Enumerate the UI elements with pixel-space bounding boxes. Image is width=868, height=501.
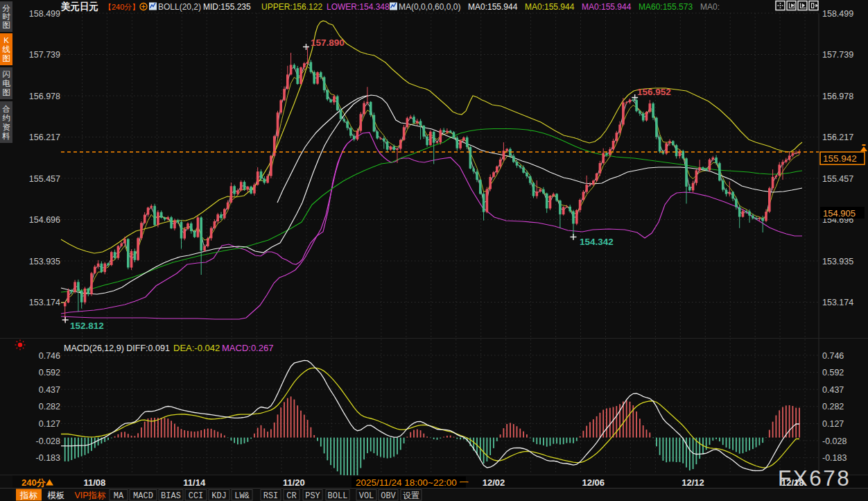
svg-text:图: 图	[2, 54, 10, 62]
svg-text:【240分】: 【240分】	[104, 3, 139, 11]
svg-text:12/06: 12/06	[582, 477, 605, 488]
svg-text:VIP指标: VIP指标	[74, 491, 106, 500]
svg-text:-0.028: -0.028	[822, 436, 847, 446]
svg-text:156.217: 156.217	[29, 133, 60, 142]
svg-text:VOL: VOL	[359, 491, 374, 501]
svg-text:154.905: 154.905	[823, 208, 856, 219]
svg-text:158.499: 158.499	[29, 9, 60, 19]
svg-text:设置: 设置	[403, 491, 419, 501]
svg-text:MA: MA	[114, 491, 124, 501]
svg-text:CCI: CCI	[189, 491, 204, 501]
svg-text:BOLL(20,2): BOLL(20,2)	[158, 2, 201, 12]
svg-text:0.282: 0.282	[39, 402, 60, 411]
svg-text:约: 约	[2, 114, 10, 122]
svg-text:12/02: 12/02	[483, 477, 505, 488]
svg-text:154.342: 154.342	[580, 237, 614, 247]
svg-text:155.457: 155.457	[29, 174, 60, 184]
svg-text:157.739: 157.739	[822, 50, 853, 60]
svg-text:指标: 指标	[19, 491, 38, 500]
svg-text:图: 图	[2, 88, 10, 96]
svg-text:BOLL: BOLL	[328, 491, 348, 501]
svg-text:MA60:155.573: MA60:155.573	[639, 2, 693, 12]
svg-text:0.746: 0.746	[39, 351, 60, 361]
svg-text:图: 图	[2, 21, 10, 29]
svg-text:11/14: 11/14	[183, 477, 206, 488]
svg-text:-0.183: -0.183	[822, 453, 847, 463]
svg-text:0.127: 0.127	[822, 419, 844, 429]
svg-text:RSI: RSI	[263, 491, 279, 501]
svg-text:154.696: 154.696	[29, 215, 60, 225]
svg-text:MA0:: MA0:	[700, 2, 720, 12]
svg-text:0.746: 0.746	[822, 351, 844, 361]
svg-text:11/08: 11/08	[84, 477, 106, 488]
svg-text:157.890: 157.890	[311, 37, 345, 48]
svg-text:-0.183: -0.183	[36, 453, 60, 463]
svg-text:153.174: 153.174	[822, 298, 853, 307]
svg-text:时: 时	[2, 12, 10, 21]
svg-text:0.437: 0.437	[39, 385, 60, 395]
svg-text:MA0:155.944: MA0:155.944	[525, 2, 575, 12]
svg-text:155.457: 155.457	[822, 174, 853, 184]
svg-text:MID:155.235: MID:155.235	[203, 2, 251, 12]
svg-text:合: 合	[2, 105, 10, 113]
svg-text:线: 线	[2, 45, 10, 53]
svg-text:KDJ: KDJ	[211, 491, 227, 501]
svg-text:156.217: 156.217	[822, 133, 853, 142]
svg-text:UPPER:156.122: UPPER:156.122	[261, 2, 322, 12]
svg-text:MACD:0.267: MACD:0.267	[222, 343, 273, 353]
svg-text:156.978: 156.978	[822, 92, 853, 101]
svg-text:LOWER:154.348: LOWER:154.348	[327, 2, 390, 12]
svg-text:0.127: 0.127	[39, 419, 60, 429]
svg-text:157.739: 157.739	[29, 50, 60, 60]
svg-text:0.437: 0.437	[822, 385, 844, 395]
svg-text:0.592: 0.592	[822, 368, 844, 377]
svg-text:156.978: 156.978	[29, 92, 60, 101]
svg-text:12/18: 12/18	[781, 477, 804, 488]
svg-text:闪: 闪	[2, 70, 10, 78]
svg-text:0.592: 0.592	[39, 368, 60, 377]
svg-text:DEA:-0.042: DEA:-0.042	[173, 343, 220, 353]
svg-text:MA0:155.944: MA0:155.944	[468, 2, 518, 12]
svg-text:料: 料	[1, 132, 10, 140]
svg-text:LW&: LW&	[234, 491, 250, 501]
svg-text:-0.028: -0.028	[36, 436, 60, 446]
svg-text:152.812: 152.812	[70, 321, 104, 331]
svg-text:11/20: 11/20	[283, 477, 305, 488]
svg-text:155.942: 155.942	[823, 153, 857, 164]
svg-text:分: 分	[2, 4, 10, 12]
svg-text:资: 资	[2, 123, 10, 131]
svg-text:MA0:155.944: MA0:155.944	[582, 2, 632, 12]
svg-text:2025/11/24 18:00~22:00 一: 2025/11/24 18:00~22:00 一	[356, 477, 469, 488]
svg-text:12/12: 12/12	[682, 477, 704, 488]
svg-text:电: 电	[2, 79, 10, 87]
svg-text:K: K	[3, 36, 9, 44]
svg-text:240分: 240分	[21, 477, 46, 488]
svg-text:PSY: PSY	[305, 491, 320, 501]
svg-text:0.282: 0.282	[822, 402, 844, 411]
svg-text:158.499: 158.499	[822, 9, 853, 19]
svg-text:MACD: MACD	[133, 491, 153, 501]
svg-text:153.935: 153.935	[822, 257, 853, 266]
svg-text:156.952: 156.952	[637, 87, 671, 97]
svg-text:153.935: 153.935	[29, 257, 60, 266]
svg-text:美元日元: 美元日元	[60, 1, 98, 12]
svg-text:153.174: 153.174	[29, 298, 60, 307]
svg-text:MACD(26,12,9) DIFF:0.091: MACD(26,12,9) DIFF:0.091	[64, 343, 170, 353]
svg-text:CR: CR	[286, 491, 296, 501]
svg-text:OBV: OBV	[381, 491, 396, 501]
svg-text:MA(0,0,0,60,0,0): MA(0,0,0,60,0,0)	[399, 2, 460, 12]
svg-text:模板: 模板	[47, 491, 65, 500]
svg-text:BIAS: BIAS	[161, 491, 181, 501]
